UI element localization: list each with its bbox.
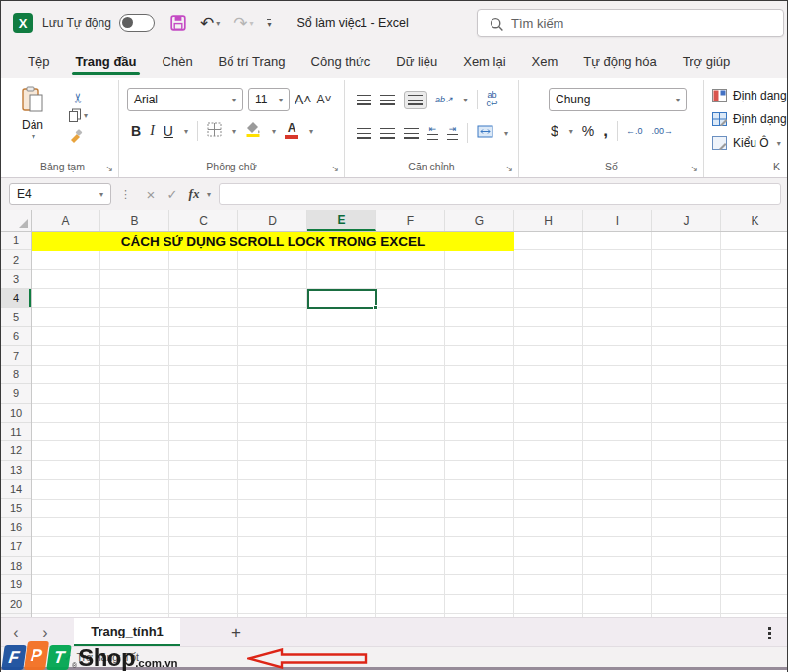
row-header-6[interactable]: 6 [1, 327, 31, 346]
format-as-table-button[interactable]: Định dạng [712, 107, 787, 131]
cancel-icon[interactable]: × [140, 186, 162, 203]
column-header-b[interactable]: B [100, 210, 169, 231]
column-header-i[interactable]: I [583, 210, 652, 231]
column-header-f[interactable]: F [376, 210, 445, 231]
column-header-k[interactable]: K [721, 210, 788, 231]
cut-icon[interactable]: ✂ [70, 84, 86, 103]
tab-chen[interactable]: Chèn [150, 44, 206, 78]
increase-decimal-icon[interactable]: ←.0 [626, 127, 643, 136]
search-input[interactable]: Tìm kiếm [477, 9, 784, 37]
customize-qat-icon[interactable]: ▾ [267, 19, 271, 28]
formula-dropdown-icon[interactable]: ▾ [207, 190, 211, 199]
row-header-4[interactable]: 4 [1, 289, 31, 307]
row-header-13[interactable]: 13 [1, 461, 31, 480]
merge-center-icon[interactable] [477, 124, 493, 142]
tab-trang-dau[interactable]: Trang đầu [62, 44, 149, 78]
tab-tep[interactable]: Tệp [15, 44, 62, 78]
align-middle-icon[interactable] [380, 95, 395, 105]
font-color-dropdown-icon[interactable]: ▾ [309, 127, 313, 136]
font-name-combo[interactable]: Arial▾ [127, 88, 243, 111]
wrap-text-icon[interactable]: abc↩ [487, 91, 498, 108]
name-box[interactable]: E4▾ [9, 183, 111, 205]
decrease-decimal-icon[interactable]: .00→ [652, 127, 674, 136]
formula-bar-drag-handle[interactable]: ⋮ [120, 188, 131, 201]
orientation-dropdown-icon[interactable]: ▾ [464, 96, 468, 104]
align-center-icon[interactable] [380, 128, 395, 139]
column-header-d[interactable]: D [238, 210, 307, 231]
row-header-5[interactable]: 5 [1, 308, 31, 327]
paste-dropdown-icon[interactable]: ▾ [23, 132, 44, 141]
cell-styles-dropdown-icon[interactable]: ▾ [777, 139, 781, 148]
column-header-a[interactable]: A [32, 210, 100, 231]
align-right-icon[interactable] [404, 128, 419, 139]
autosave-toggle[interactable] [119, 14, 155, 32]
row-header-2[interactable]: 2 [1, 250, 31, 269]
grow-font-icon[interactable]: A˄ [295, 92, 312, 107]
fill-handle[interactable] [373, 305, 378, 310]
row-header-7[interactable]: 7 [1, 346, 31, 365]
formula-input[interactable] [219, 183, 781, 205]
align-top-icon[interactable] [357, 95, 371, 105]
row-header-3[interactable]: 3 [1, 270, 31, 289]
currency-icon[interactable]: $ [551, 123, 558, 139]
percent-icon[interactable]: % [582, 123, 594, 139]
tab-bo-tri-trang[interactable]: Bố trí Trang [206, 44, 298, 78]
selected-cell-e4[interactable] [307, 289, 377, 308]
column-header-g[interactable]: G [445, 210, 514, 231]
tab-tu-dong-hoa[interactable]: Tự động hóa [570, 44, 669, 78]
tab-cong-thuc[interactable]: Công thức [298, 44, 384, 78]
save-icon[interactable] [170, 15, 186, 31]
currency-dropdown-icon[interactable]: ▾ [569, 127, 573, 136]
row-header-17[interactable]: 17 [1, 537, 31, 556]
cell-styles-button[interactable]: Kiểu Ô ▾ [712, 131, 787, 155]
fill-color-dropdown-icon[interactable]: ▾ [272, 127, 276, 136]
alignment-dialog-launcher[interactable]: ↘ [505, 164, 513, 173]
align-left-icon[interactable] [357, 128, 371, 139]
add-sheet-button[interactable]: + [222, 618, 251, 646]
format-painter-icon[interactable] [68, 129, 88, 147]
decrease-indent-icon[interactable]: ⇤ [427, 125, 438, 141]
column-header-h[interactable]: H [514, 210, 583, 231]
paste-button[interactable]: Dán ▾ [21, 86, 44, 141]
insert-function-icon[interactable]: fx [183, 186, 205, 202]
conditional-formatting-button[interactable]: Định dạng [712, 84, 787, 107]
row-header-9[interactable]: 9 [1, 384, 31, 403]
excel-app-icon[interactable]: X [13, 13, 33, 33]
row-header-10[interactable]: 10 [1, 404, 31, 423]
select-all-corner[interactable] [1, 210, 32, 232]
row-header-8[interactable]: 8 [1, 366, 31, 384]
redo-button[interactable]: ↷▾ [233, 13, 253, 34]
tab-xem[interactable]: Xem [519, 44, 571, 78]
font-color-icon[interactable]: A [285, 123, 298, 139]
title-banner-cell[interactable]: CÁCH SỬ DỤNG SCROLL LOCK TRONG EXCEL [32, 232, 514, 251]
row-header-15[interactable]: 15 [1, 499, 31, 517]
cells-area[interactable]: CÁCH SỬ DỤNG SCROLL LOCK TRONG EXCEL [32, 232, 787, 617]
underline-button[interactable]: U [164, 123, 173, 139]
row-header-18[interactable]: 18 [1, 557, 31, 575]
undo-button[interactable]: ↶▾ [200, 13, 220, 34]
column-header-e[interactable]: E [307, 210, 376, 231]
underline-dropdown-icon[interactable]: ▾ [184, 127, 188, 136]
row-header-14[interactable]: 14 [1, 480, 31, 499]
increase-indent-icon[interactable]: ⇥ [447, 125, 458, 141]
shrink-font-icon[interactable]: A˅ [317, 93, 332, 106]
row-header-19[interactable]: 19 [1, 575, 31, 594]
italic-button[interactable]: I [150, 123, 155, 139]
enter-icon[interactable]: ✓ [162, 187, 183, 202]
tab-tro-giup[interactable]: Trợ giúp [670, 44, 744, 78]
number-dialog-launcher[interactable]: ↘ [690, 164, 698, 173]
row-header-12[interactable]: 12 [1, 441, 31, 460]
bold-button[interactable]: B [131, 123, 141, 139]
font-dialog-launcher[interactable]: ↘ [331, 164, 339, 173]
merge-dropdown-icon[interactable]: ▾ [504, 129, 508, 138]
align-bottom-icon[interactable] [404, 91, 427, 109]
copy-icon[interactable]: ▾ [68, 108, 88, 122]
tab-xem-lai[interactable]: Xem lại [450, 44, 518, 78]
borders-dropdown-icon[interactable]: ▾ [232, 127, 236, 136]
font-size-combo[interactable]: 11▾ [248, 88, 290, 111]
number-format-combo[interactable]: Chung▾ [549, 88, 687, 111]
row-header-1[interactable]: 1 [1, 232, 31, 250]
tab-du-lieu[interactable]: Dữ liệu [383, 44, 450, 78]
orientation-icon[interactable]: ab↗ [435, 96, 453, 104]
row-header-20[interactable]: 20 [1, 594, 31, 613]
